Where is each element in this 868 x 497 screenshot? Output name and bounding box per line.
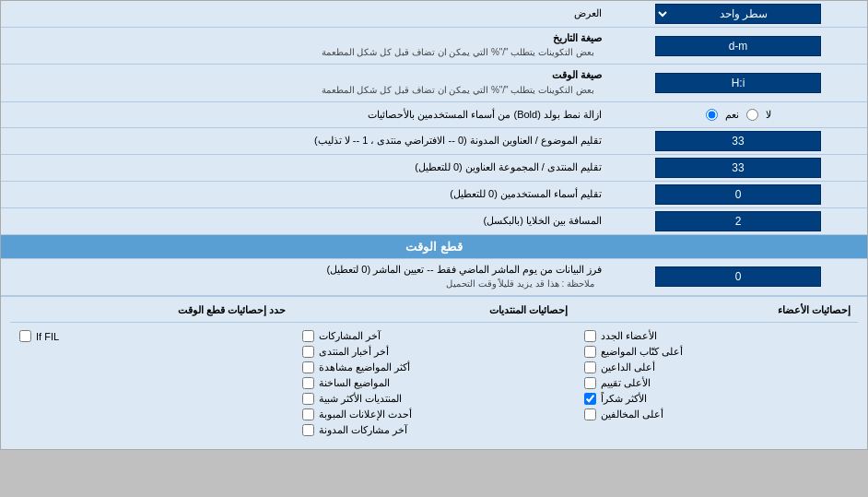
time-format-label: صيغة الوقت بعض التكوينات يتطلب "/"% التي… xyxy=(1,65,609,101)
checkboxes-limit-label: حدد إحصائيات قطع الوقت xyxy=(10,302,293,318)
checkbox-ads-label: أحدث الإعلانات المبوبة xyxy=(319,408,412,420)
checkbox-most-viewed-label: أكثر المواضيع مشاهدة xyxy=(319,361,410,373)
checkbox-item-forum-news: أخر أخبار المنتدى xyxy=(302,346,567,358)
forum-usernames-input-area xyxy=(609,155,867,181)
checkbox-top-violators[interactable] xyxy=(584,408,596,420)
bold-remove-row: ازالة نمط بولد (Bold) من أسماء المستخدمي… xyxy=(1,102,867,128)
checkbox-blog-posts-label: آخر مشاركات المدونة xyxy=(319,424,407,436)
checkboxes-col3: If FIL xyxy=(10,326,293,444)
bold-remove-radio-group: نعم لا xyxy=(700,107,777,123)
forum-usernames-label: تقليم المنتدى / المجموعة العناوين (0 للت… xyxy=(1,157,609,178)
topic-titles-input[interactable] xyxy=(655,131,821,151)
cutoff-input[interactable] xyxy=(655,266,821,287)
checkbox-top-inviters[interactable] xyxy=(584,361,596,373)
checkbox-hot-topics[interactable] xyxy=(302,377,314,389)
time-format-input[interactable] xyxy=(655,73,821,93)
checkbox-item-most-viewed: أكثر المواضيع مشاهدة xyxy=(302,361,567,373)
bold-remove-yes-radio[interactable] xyxy=(706,109,718,121)
checkbox-item-top-violators: أعلى المخالفين xyxy=(584,408,849,420)
topic-titles-input-area xyxy=(609,128,867,154)
checkbox-ifFil-label: If FIL xyxy=(36,331,59,342)
checkbox-ifFil[interactable] xyxy=(19,330,31,342)
cells-spacing-input-area xyxy=(609,208,867,234)
checkbox-most-similar[interactable] xyxy=(302,393,314,405)
forum-usernames-input[interactable] xyxy=(655,158,821,178)
bold-remove-no-radio[interactable] xyxy=(746,109,758,121)
checkbox-forum-news-label: أخر أخبار المنتدى xyxy=(319,346,389,358)
checkboxes-section: حدد إحصائيات قطع الوقت إحصائيات المنتديا… xyxy=(1,296,867,449)
checkbox-top-writers-label: أعلى كتّاب المواضيع xyxy=(601,346,683,358)
cells-spacing-label: المسافة بين الخلايا (بالبكسل) xyxy=(1,210,609,231)
checkbox-top-rated-label: الأعلى تقييم xyxy=(601,377,651,389)
usernames-trim-label: تقليم أسماء المستخدمين (0 للتعطيل) xyxy=(1,183,609,205)
cutoff-label: فرز البيانات من يوم الماشر الماضي فقط --… xyxy=(1,259,609,295)
checkbox-most-thanked-label: الأكثر شكراً xyxy=(601,393,647,405)
checkbox-top-writers[interactable] xyxy=(584,346,596,358)
usernames-trim-input[interactable] xyxy=(655,184,821,205)
bold-remove-input-area: نعم لا xyxy=(609,104,867,125)
checkbox-last-posts[interactable] xyxy=(302,330,314,342)
display-select[interactable]: سطر واحد سطرين ثلاثة أسطر xyxy=(655,4,821,24)
checkboxes-header-row: حدد إحصائيات قطع الوقت إحصائيات المنتديا… xyxy=(10,302,858,323)
checkbox-most-viewed[interactable] xyxy=(302,361,314,373)
bold-remove-no-label: لا xyxy=(766,109,771,121)
usernames-trim-input-area xyxy=(609,182,867,207)
checkboxes-three-col: If FIL آخر المشاركات أخر أخبار المنتدى أ… xyxy=(10,326,858,444)
time-format-sub-label: بعض التكوينات يتطلب "/"% التي يمكن ان تض… xyxy=(8,83,602,98)
checkbox-hot-topics-label: المواضيع الساخنة xyxy=(319,377,390,389)
checkboxes-col1-header: إحصائيات الأعضاء xyxy=(575,302,858,318)
checkbox-item-last-posts: آخر المشاركات xyxy=(302,330,567,342)
checkbox-item-hot-topics: المواضيع الساخنة xyxy=(302,377,567,389)
usernames-trim-row: تقليم أسماء المستخدمين (0 للتعطيل) xyxy=(1,182,867,208)
date-format-label: صيغة التاريخ بعض التكوينات يتطلب "/"% ال… xyxy=(1,28,609,64)
date-format-sub-label: بعض التكوينات يتطلب "/"% التي يمكن ان تض… xyxy=(8,45,602,60)
time-format-row: صيغة الوقت بعض التكوينات يتطلب "/"% التي… xyxy=(1,65,867,101)
time-format-main-label: صيغة الوقت xyxy=(8,68,602,82)
date-format-input-area xyxy=(609,33,867,59)
forum-usernames-row: تقليم المنتدى / المجموعة العناوين (0 للت… xyxy=(1,155,867,182)
checkbox-top-violators-label: أعلى المخالفين xyxy=(601,408,663,420)
checkbox-item-most-similar: المنتديات الأكثر شبية xyxy=(302,393,567,405)
checkbox-most-similar-label: المنتديات الأكثر شبية xyxy=(319,393,402,405)
display-input-area: سطر واحد سطرين ثلاثة أسطر xyxy=(609,1,867,27)
checkbox-ads[interactable] xyxy=(302,408,314,420)
display-row: العرض سطر واحد سطرين ثلاثة أسطر xyxy=(1,1,867,28)
cutoff-input-area xyxy=(609,259,867,295)
checkbox-new-members[interactable] xyxy=(584,330,596,342)
checkbox-most-thanked[interactable] xyxy=(584,393,596,405)
date-format-main-label: صيغة التاريخ xyxy=(8,31,602,45)
checkbox-forum-news[interactable] xyxy=(302,346,314,358)
bold-remove-yes-label: نعم xyxy=(725,109,739,121)
checkboxes-col2: آخر المشاركات أخر أخبار المنتدى أكثر الم… xyxy=(293,326,576,444)
checkbox-item-new-members: الأعضاء الجدد xyxy=(584,330,849,342)
checkboxes-col1: الأعضاء الجدد أعلى كتّاب المواضيع أعلى ا… xyxy=(575,326,858,444)
checkbox-item-top-writers: أعلى كتّاب المواضيع xyxy=(584,346,849,358)
cells-spacing-row: المسافة بين الخلايا (بالبكسل) xyxy=(1,208,867,235)
time-format-input-area xyxy=(609,70,867,96)
checkbox-new-members-label: الأعضاء الجدد xyxy=(601,330,657,342)
topic-titles-label: تقليم الموضوع / العناوين المدونة (0 -- ا… xyxy=(1,130,609,151)
bold-remove-label: ازالة نمط بولد (Bold) من أسماء المستخدمي… xyxy=(1,104,609,125)
cutoff-note-label: ملاحظة : هذا قد يزيد قليلاً وقت التحميل xyxy=(8,277,602,291)
checkbox-blog-posts[interactable] xyxy=(302,424,314,436)
checkbox-item-most-thanked: الأكثر شكراً xyxy=(584,393,849,405)
date-format-row: صيغة التاريخ بعض التكوينات يتطلب "/"% ال… xyxy=(1,28,867,65)
cutoff-main-label: فرز البيانات من يوم الماشر الماضي فقط --… xyxy=(8,263,602,277)
checkbox-item-ifFil: If FIL xyxy=(19,330,284,342)
checkbox-item-top-rated: الأعلى تقييم xyxy=(584,377,849,389)
checkboxes-col2-header: إحصائيات المنتديات xyxy=(293,302,576,318)
checkbox-last-posts-label: آخر المشاركات xyxy=(319,330,381,342)
display-label: العرض xyxy=(1,3,609,24)
checkbox-top-rated[interactable] xyxy=(584,377,596,389)
checkbox-top-inviters-label: أعلى الداعين xyxy=(601,361,655,373)
cutoff-section-header: قطع الوقت xyxy=(1,235,867,259)
topic-titles-row: تقليم الموضوع / العناوين المدونة (0 -- ا… xyxy=(1,128,867,155)
date-format-input[interactable] xyxy=(655,36,821,56)
checkbox-item-blog-posts: آخر مشاركات المدونة xyxy=(302,424,567,436)
cells-spacing-input[interactable] xyxy=(655,211,821,231)
checkbox-item-top-inviters: أعلى الداعين xyxy=(584,361,849,373)
cutoff-row: فرز البيانات من يوم الماشر الماضي فقط --… xyxy=(1,259,867,296)
checkbox-item-ads: أحدث الإعلانات المبوبة xyxy=(302,408,567,420)
main-container: العرض سطر واحد سطرين ثلاثة أسطر صيغة الت… xyxy=(0,0,868,450)
